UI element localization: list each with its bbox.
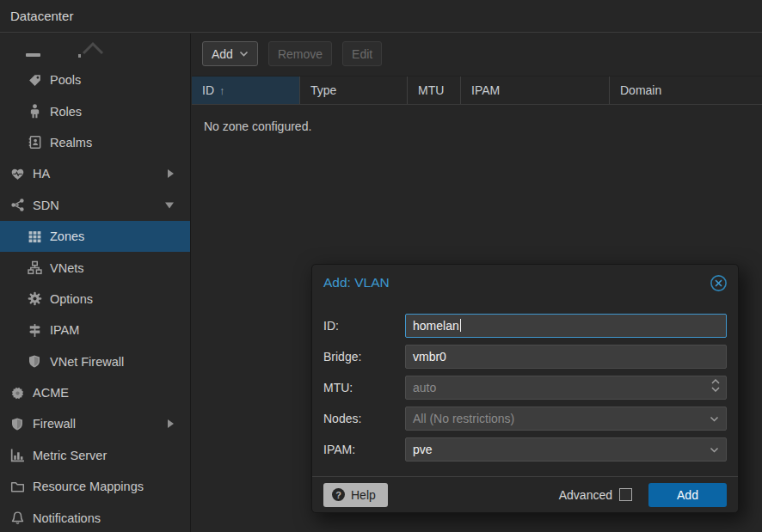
sidebar-item-label: ACME (33, 386, 69, 400)
id-input-value: homelan (413, 319, 459, 333)
sidebar-item-label: Roles (50, 105, 82, 119)
ipam-label: IPAM: (323, 437, 405, 462)
sidebar-item-options[interactable]: Options (0, 284, 190, 315)
field-row-id: ID: homelan (323, 314, 727, 338)
column-header-id[interactable]: ID ↑ (192, 76, 299, 104)
help-button-label: Help (351, 488, 376, 502)
sidebar-item-label: Firewall (33, 417, 76, 431)
column-label: IPAM (471, 83, 500, 97)
sidebar-item-roles[interactable]: Roles (0, 95, 190, 126)
navigation-tree: Pools Roles Realms HA SDN (0, 34, 191, 532)
grid-empty-text: No zone configured. (192, 105, 762, 133)
close-icon (710, 274, 728, 292)
close-button[interactable] (709, 273, 728, 292)
spinner-up-button[interactable] (711, 379, 720, 384)
grid-icon (26, 229, 43, 244)
sidebar-item-zones[interactable]: Zones (0, 221, 190, 252)
top-bar: Datacenter (0, 0, 762, 33)
address-book-icon (26, 135, 43, 150)
sidebar-item-ipam[interactable]: IPAM (0, 315, 190, 345)
chevron-down-icon[interactable] (710, 416, 719, 422)
field-row-nodes: Nodes: All (No restrictions) (323, 407, 727, 431)
sidebar-item-vnet-firewall[interactable]: VNet Firewall (0, 346, 190, 377)
column-header-mtu[interactable]: MTU (407, 76, 460, 104)
id-label: ID: (323, 314, 405, 338)
ipam-combo-value: pve (413, 443, 433, 456)
sidebar-item-realms[interactable]: Realms (0, 127, 190, 158)
sitemap-icon (26, 260, 43, 275)
sidebar-item-sdn[interactable]: SDN (0, 190, 190, 221)
chevron-down-icon[interactable] (710, 447, 719, 453)
sidebar-item-label: Resource Mappings (33, 480, 144, 493)
shield-icon (9, 417, 26, 431)
sidebar-item-acme[interactable]: ACME (0, 377, 190, 408)
mtu-label: MTU: (323, 376, 405, 400)
certificate-icon (9, 386, 26, 401)
advanced-checkbox[interactable] (619, 488, 632, 501)
sidebar-item-ha[interactable]: HA (0, 158, 190, 189)
sidebar-item-label: SDN (33, 199, 59, 212)
zones-toolbar: Add Remove Edit (192, 34, 762, 76)
sidebar-item-label: VNets (50, 261, 84, 275)
nodes-combo[interactable]: All (No restrictions) (405, 407, 727, 431)
mtu-spinner[interactable]: auto (405, 376, 727, 400)
column-header-ipam[interactable]: IPAM (460, 76, 609, 104)
sidebar-item-label: Pools (50, 73, 81, 87)
sidebar-item-metric-server[interactable]: Metric Server (0, 440, 190, 471)
sidebar-item-label: Realms (50, 136, 92, 150)
shield-icon (26, 354, 43, 369)
field-row-ipam: IPAM: pve (323, 437, 727, 462)
page-title: Datacenter (10, 9, 73, 23)
heartbeat-icon (9, 167, 26, 181)
dialog-title: Add: VLAN (323, 275, 709, 290)
column-header-type[interactable]: Type (299, 76, 407, 104)
sidebar-item-notifications[interactable]: Notifications (0, 502, 190, 532)
sidebar-item-label: Notifications (33, 511, 101, 525)
sidebar-item-resource-mappings[interactable]: Resource Mappings (0, 471, 190, 502)
sidebar-item-label: Metric Server (33, 449, 107, 462)
zones-table-header: ID ↑ Type MTU IPAM Domain (192, 76, 762, 105)
bridge-label: Bridge: (323, 345, 405, 369)
network-nodes-icon (9, 198, 26, 212)
tag-icon (26, 73, 43, 88)
person-icon (26, 104, 43, 119)
clipped-icon-fragment (26, 53, 40, 57)
nodes-placeholder: All (No restrictions) (413, 412, 514, 425)
ipam-combo[interactable]: pve (405, 437, 727, 462)
column-label: Domain (620, 83, 661, 97)
nodes-label: Nodes: (323, 407, 405, 431)
sidebar-item-label: VNet Firewall (50, 355, 124, 369)
column-label: MTU (418, 83, 444, 97)
folder-icon (9, 480, 26, 494)
sort-ascending-icon: ↑ (219, 84, 225, 97)
dialog-footer: ? Help Advanced Add (312, 476, 738, 512)
edit-button-label: Edit (352, 47, 372, 61)
bridge-input[interactable]: vmbr0 (405, 345, 727, 369)
expand-down-icon (165, 202, 174, 208)
question-icon: ? (332, 488, 345, 501)
id-input[interactable]: homelan (405, 314, 727, 338)
help-button[interactable]: ? Help (323, 483, 388, 507)
sidebar-item-label: Options (50, 292, 93, 306)
proxmox-datacenter-screen: Datacenter Pools Roles Real (0, 0, 762, 532)
sidebar-item-firewall[interactable]: Firewall (0, 408, 190, 439)
add-submit-button[interactable]: Add (648, 483, 727, 507)
sidebar-item-label: IPAM (50, 323, 79, 337)
sidebar-item-vnets[interactable]: VNets (0, 252, 190, 283)
bar-chart-icon (9, 448, 26, 462)
text-cursor (460, 319, 461, 332)
sidebar-item-pools[interactable]: Pools (0, 64, 190, 95)
add-button[interactable]: Add (202, 41, 258, 66)
edit-button[interactable]: Edit (342, 41, 382, 66)
column-header-domain[interactable]: Domain (609, 76, 762, 104)
dialog-header: Add: VLAN (312, 265, 738, 301)
map-signs-icon (26, 323, 43, 338)
remove-button-label: Remove (278, 47, 323, 61)
field-row-mtu: MTU: auto (323, 376, 727, 400)
spinner-down-button[interactable] (711, 387, 720, 392)
column-label: ID (202, 83, 214, 97)
chevron-down-icon (239, 51, 249, 57)
add-vlan-dialog: Add: VLAN ID: homelan Bridge: vmbr0 (311, 264, 739, 513)
bridge-input-value: vmbr0 (413, 350, 446, 364)
remove-button[interactable]: Remove (268, 41, 332, 66)
